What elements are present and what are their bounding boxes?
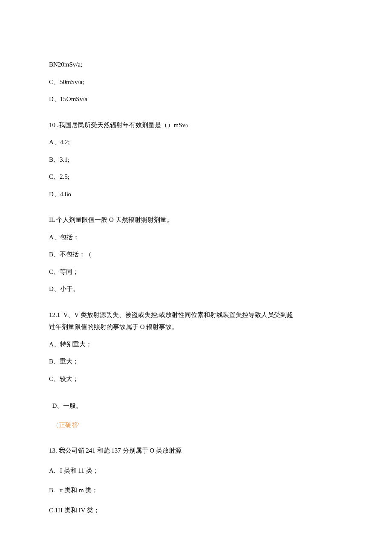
q12-option-d-text: D、一般。 [52, 402, 83, 409]
q12-stem-line1: 12.1 V、V 类放射源丢失、被盗或失控;或放射性同位素和射线装置失控导致人员… [49, 310, 343, 320]
q13-option-c: C.1H 类和 IV 类； [49, 506, 343, 515]
q13-stem: 13. 我公司镅 241 和葩 137 分别属于 O 类放射源 [49, 446, 343, 456]
q12-stem-line2: 过年剂量限值的照射的事故属于 O 辐射事故。 [49, 322, 343, 332]
q11-option-c: C、等同； [49, 267, 343, 277]
q10-option-b: B、3.1; [49, 155, 343, 165]
q11-stem: IL 个人剂量限值一般 O 天然辐射照射剂量。 [49, 215, 343, 225]
spacer [49, 206, 343, 215]
q12-option-a: A、特别重大； [49, 340, 343, 349]
q9-option-c: C、50mSv/a; [49, 77, 343, 87]
q10-option-a: A、4.2; [49, 137, 343, 147]
q12-option-d: D、一般。 （正确答‘ [49, 391, 343, 430]
q10-option-d: D、4.8o [49, 189, 343, 199]
q12-correct-answer-label: （正确答‘ [52, 421, 80, 428]
q9-option-d: D、15OmSv/a [49, 94, 343, 104]
spacer [49, 437, 343, 446]
spacer [49, 112, 343, 120]
spacer [49, 302, 343, 310]
q13-option-a: A. I 类和 11 类； [49, 466, 343, 476]
q13-option-b: B. π 类和 m 类； [49, 485, 343, 495]
q11-option-a: A、包括； [49, 232, 343, 242]
q11-option-b: B、不包括；（ [49, 250, 343, 259]
q11-option-d: D、小于。 [49, 284, 343, 294]
q9-option-b: BN20mSv/a; [49, 60, 343, 70]
q12-option-c: C、较大； [49, 374, 343, 384]
q10-stem: 10 .我国居民所受天然辐射年有效剂量是（）mSv₀ [49, 120, 343, 130]
q12-option-b: B、重大； [49, 357, 343, 366]
q10-option-c: C、2.5; [49, 172, 343, 182]
